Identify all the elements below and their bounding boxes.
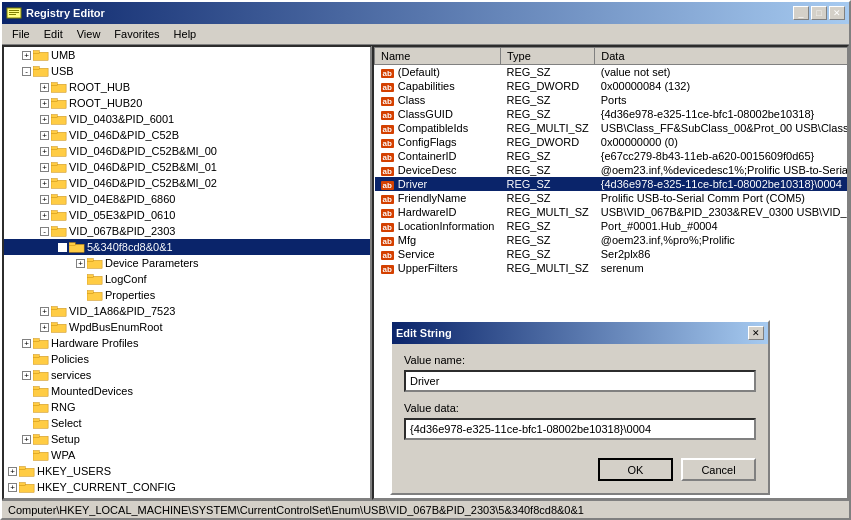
value-name-label: Value name: <box>404 354 756 366</box>
dialog-close-button[interactable]: ✕ <box>748 326 764 340</box>
dialog-cancel-button[interactable]: Cancel <box>681 458 756 481</box>
edit-string-dialog: Edit String ✕ Value name: Value data: OK… <box>390 320 770 495</box>
dialog-ok-button[interactable]: OK <box>598 458 673 481</box>
value-data-label: Value data: <box>404 402 756 414</box>
dialog-body: Value name: Value data: OK Cancel <box>392 344 768 493</box>
dialog-buttons: OK Cancel <box>404 458 756 481</box>
dialog-title-text: Edit String <box>396 327 452 339</box>
value-name-input[interactable] <box>404 370 756 392</box>
dialog-title-bar: Edit String ✕ <box>392 322 768 344</box>
modal-overlay: Edit String ✕ Value name: Value data: OK… <box>0 0 851 520</box>
value-data-input[interactable] <box>404 418 756 440</box>
